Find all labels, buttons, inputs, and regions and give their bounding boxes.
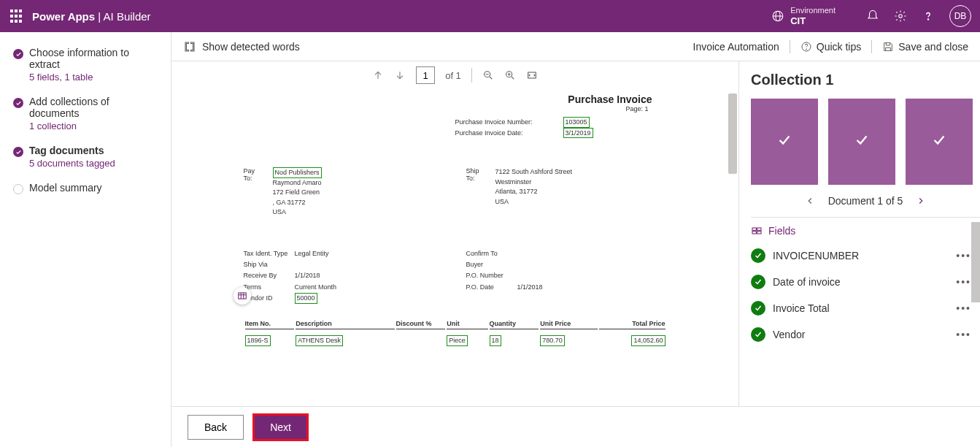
- help-icon[interactable]: [922, 9, 935, 23]
- document-pager-label: Document 1 of 5: [828, 195, 903, 207]
- arrow-up-icon[interactable]: [372, 69, 384, 81]
- environment-picker[interactable]: Environment CIT: [771, 6, 836, 27]
- scrollbar-thumb[interactable]: [971, 222, 980, 302]
- gear-icon[interactable]: [894, 9, 907, 23]
- invoice-line-items-table: Item No. Description Discount % Unit Qua…: [244, 317, 667, 348]
- step-subtitle: 5 fields, 1 table: [29, 72, 158, 83]
- more-icon[interactable]: •••: [956, 302, 971, 314]
- check-circle-icon: [751, 248, 765, 263]
- back-button[interactable]: Back: [188, 415, 244, 440]
- meta-number-label: Purchase Invoice Number:: [455, 117, 550, 128]
- invoice-document: Purchase Invoice Page: 1 Purchase Invoic…: [193, 93, 718, 402]
- table-tag-icon[interactable]: [234, 287, 251, 305]
- fit-screen-icon[interactable]: [526, 69, 538, 81]
- svg-rect-11: [757, 228, 761, 230]
- quick-tips-button[interactable]: Quick tips: [800, 41, 861, 53]
- tagged-vendor-name[interactable]: Nod Publishers: [273, 167, 322, 178]
- tagged-item-no[interactable]: 1896-S: [245, 335, 271, 346]
- svg-rect-13: [757, 232, 761, 234]
- field-label: INVOICENUMBER: [773, 250, 859, 261]
- check-circle-icon: [751, 301, 765, 316]
- field-item[interactable]: Date of invoice •••: [751, 269, 971, 295]
- document-thumbnails: [751, 99, 980, 185]
- show-detected-words-button[interactable]: Show detected words: [183, 40, 300, 53]
- next-button[interactable]: Next: [254, 415, 307, 440]
- user-avatar[interactable]: DB: [949, 5, 971, 27]
- command-bar: Show detected words Invoice Automation Q…: [171, 32, 980, 61]
- chevron-left-icon[interactable]: [805, 196, 815, 206]
- breadcrumb[interactable]: Invoice Automation: [693, 41, 779, 53]
- more-icon[interactable]: •••: [956, 329, 971, 340]
- question-circle-icon: [800, 41, 812, 53]
- field-item[interactable]: Vendor •••: [751, 321, 971, 348]
- step-model-summary[interactable]: Model summary: [13, 182, 158, 194]
- field-item[interactable]: Invoice Total •••: [751, 295, 971, 321]
- brand-title: Power Apps | AI Builder: [32, 10, 151, 23]
- app-launcher-icon[interactable]: [9, 9, 23, 23]
- invoice-title: Purchase Invoice: [244, 93, 667, 105]
- right-panel: Collection 1 Document 1 of 5 Fie: [739, 61, 980, 406]
- more-icon[interactable]: •••: [956, 250, 971, 261]
- save-icon: [882, 41, 894, 53]
- tagged-item-unit[interactable]: Piece: [447, 335, 468, 346]
- check-icon: [776, 132, 792, 151]
- thumbnail[interactable]: [828, 99, 895, 185]
- tagged-item-desc[interactable]: ATHENS Desk: [296, 335, 343, 346]
- ship-to-label: Ship To:: [466, 167, 487, 218]
- svg-point-3: [927, 19, 928, 20]
- tagged-item-total[interactable]: 14,052.60: [631, 335, 665, 346]
- tagged-item-qty[interactable]: 18: [490, 335, 501, 346]
- top-bar: Power Apps | AI Builder Environment CIT …: [0, 0, 980, 32]
- page-number-input[interactable]: [416, 66, 435, 84]
- step-subtitle: 5 documents tagged: [29, 158, 158, 169]
- thumbnail[interactable]: [751, 99, 818, 185]
- document-canvas[interactable]: Purchase Invoice Page: 1 Purchase Invoic…: [171, 89, 738, 406]
- thumbnail[interactable]: [906, 99, 973, 185]
- viewer-toolbar: of 1: [171, 61, 738, 89]
- arrow-down-icon[interactable]: [394, 69, 406, 81]
- step-add-collections[interactable]: Add collections of documents 1 collectio…: [13, 96, 158, 131]
- scrollbar-thumb[interactable]: [728, 93, 737, 174]
- fields-header: Fields: [751, 225, 971, 237]
- more-icon[interactable]: •••: [956, 276, 971, 288]
- step-choose-info[interactable]: Choose information to extract 5 fields, …: [13, 47, 158, 83]
- document-pager: Document 1 of 5: [751, 195, 980, 207]
- svg-rect-10: [752, 228, 756, 230]
- invoice-page-label: Page: 1: [244, 105, 667, 112]
- check-circle-icon: [751, 275, 765, 289]
- environment-name: CIT: [790, 15, 836, 27]
- meta-date-label: Purchase Invoice Date:: [455, 128, 550, 139]
- tagged-vendor-id[interactable]: 50000: [295, 293, 317, 304]
- tagged-invoice-number[interactable]: 103005: [563, 117, 590, 128]
- save-and-close-button[interactable]: Save and close: [882, 41, 968, 53]
- collection-title: Collection 1: [751, 72, 980, 88]
- show-words-label: Show detected words: [202, 41, 300, 53]
- tagged-item-price[interactable]: 780.70: [540, 335, 565, 346]
- check-circle-icon: [751, 327, 765, 342]
- field-item[interactable]: INVOICENUMBER •••: [751, 242, 971, 269]
- environment-label: Environment: [790, 6, 836, 15]
- main-area: Choose information to extract 5 fields, …: [0, 32, 980, 447]
- globe-icon: [771, 9, 784, 23]
- check-icon: [931, 132, 947, 151]
- step-title: Model summary: [29, 182, 158, 194]
- bell-icon[interactable]: [866, 9, 879, 23]
- pay-to-label: Pay To:: [244, 167, 264, 218]
- zoom-out-icon[interactable]: [482, 69, 494, 81]
- fields-icon: [751, 225, 763, 237]
- table-row: 1896-S ATHENS Desk Piece 18 780.70 14,05…: [245, 331, 665, 346]
- step-title: Choose information to extract: [29, 47, 158, 70]
- step-tag-documents[interactable]: Tag documents 5 documents tagged: [13, 145, 158, 169]
- step-subtitle: 1 collection: [29, 121, 158, 131]
- wizard-sidebar: Choose information to extract 5 fields, …: [0, 32, 171, 447]
- svg-point-2: [899, 15, 903, 18]
- page-of-label: of 1: [445, 70, 461, 81]
- step-title: Tag documents: [29, 145, 158, 156]
- fields-panel: Fields INVOICENUMBER ••• Date of invoice…: [751, 217, 980, 406]
- svg-point-5: [806, 48, 806, 49]
- field-label: Invoice Total: [773, 302, 830, 314]
- zoom-in-icon[interactable]: [504, 69, 516, 81]
- tagged-invoice-date[interactable]: 3/1/2019: [563, 128, 593, 139]
- chevron-right-icon[interactable]: [916, 196, 926, 206]
- field-label: Date of invoice: [773, 276, 841, 288]
